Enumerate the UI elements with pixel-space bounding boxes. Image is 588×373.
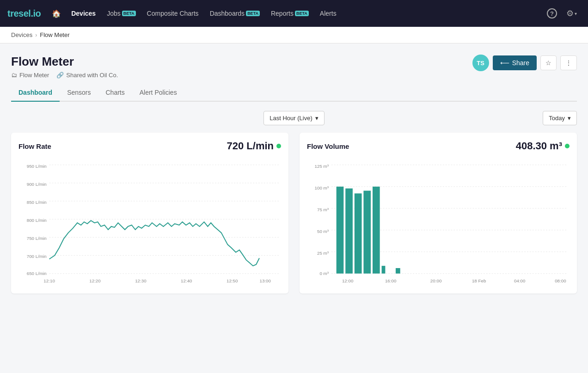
nav-alerts[interactable]: Alerts bbox=[315, 7, 341, 20]
tab-dashboard[interactable]: Dashboard bbox=[11, 84, 60, 102]
y-label-25: 25 m³ bbox=[317, 251, 329, 256]
device-meta-name-text: Flow Meter bbox=[19, 72, 49, 79]
bar-1 bbox=[337, 187, 344, 274]
y-label-800: 800 L/min bbox=[27, 218, 47, 223]
nav-devices[interactable]: Devices bbox=[67, 7, 100, 20]
flow-rate-chart: 950 L/min 900 L/min 850 L/min 800 L/min … bbox=[18, 159, 281, 286]
flow-volume-title: Flow Volume bbox=[307, 142, 349, 150]
flow-rate-header: Flow Rate 720 L/min bbox=[18, 140, 281, 152]
device-title-section: Flow Meter 🗂 Flow Meter 🔗 Shared with Oi… bbox=[11, 55, 118, 79]
bar-6 bbox=[382, 266, 386, 274]
y-label-950: 950 L/min bbox=[27, 164, 47, 169]
shared-icon: 🔗 bbox=[56, 72, 64, 79]
y-label-50: 50 m³ bbox=[317, 229, 329, 234]
nav-jobs[interactable]: Jobs BETA bbox=[102, 7, 140, 20]
x-label-1220: 12:20 bbox=[89, 278, 101, 283]
device-name-icon: 🗂 bbox=[11, 72, 17, 79]
flow-volume-svg: 125 m³ 100 m³ 75 m³ 50 m³ 25 m³ 0 m³ bbox=[307, 159, 570, 286]
device-header: Flow Meter 🗂 Flow Meter 🔗 Shared with Oi… bbox=[11, 55, 577, 79]
tab-sensors[interactable]: Sensors bbox=[60, 84, 98, 102]
flow-rate-live-indicator bbox=[276, 144, 281, 148]
settings-button[interactable]: ⚙ ▾ bbox=[563, 6, 581, 21]
bar-3 bbox=[355, 193, 362, 273]
home-button[interactable]: 🏠 bbox=[48, 6, 65, 21]
y-label-900: 900 L/min bbox=[27, 182, 47, 187]
flow-rate-svg: 950 L/min 900 L/min 850 L/min 800 L/min … bbox=[18, 159, 281, 286]
x-label-1300: 13:00 bbox=[259, 278, 271, 283]
y-label-100: 100 m³ bbox=[315, 185, 329, 190]
charts-row: Flow Rate 720 L/min 950 L/min 900 L/min … bbox=[11, 133, 577, 294]
star-icon: ☆ bbox=[545, 59, 551, 67]
dashboard-controls: Last Hour (Live) ▾ Today ▾ bbox=[11, 111, 577, 125]
x-label-1210: 12:10 bbox=[43, 278, 55, 283]
avatar: TS bbox=[472, 55, 489, 71]
time-filter-dropdown[interactable]: Last Hour (Live) ▾ bbox=[263, 111, 324, 125]
breadcrumb-separator: › bbox=[35, 32, 37, 38]
device-actions: TS ⟵ Share ☆ ⋮ bbox=[472, 55, 577, 71]
flow-rate-panel: Flow Rate 720 L/min 950 L/min 900 L/min … bbox=[11, 133, 288, 294]
bar-4 bbox=[363, 191, 371, 274]
nav-composite-charts[interactable]: Composite Charts bbox=[142, 7, 203, 20]
nav-reports[interactable]: Reports BETA bbox=[266, 7, 313, 20]
brand-text-part1: tresel bbox=[7, 8, 31, 18]
vol-x-0400: 04:00 bbox=[514, 278, 526, 283]
vol-x-2000: 20:00 bbox=[430, 278, 442, 283]
y-label-700: 700 L/min bbox=[27, 254, 47, 259]
y-label-850: 850 L/min bbox=[27, 200, 47, 205]
tab-charts[interactable]: Charts bbox=[98, 84, 132, 102]
time-filter-label: Last Hour (Live) bbox=[270, 115, 312, 122]
bar-5 bbox=[373, 187, 380, 274]
navbar-right: ? ⚙ ▾ bbox=[543, 6, 581, 21]
breadcrumb-current-page: Flow Meter bbox=[40, 31, 69, 38]
y-label-0: 0 m³ bbox=[319, 271, 329, 276]
flow-volume-live-indicator bbox=[565, 144, 570, 148]
brand-logo: tresel.io bbox=[7, 8, 41, 19]
device-shared-text: Shared with Oil Co. bbox=[66, 72, 118, 79]
share-icon: ⟵ bbox=[500, 59, 509, 67]
y-label-75: 75 m³ bbox=[317, 207, 329, 212]
flow-rate-line bbox=[49, 220, 259, 266]
vol-x-1600: 16:00 bbox=[385, 278, 397, 283]
x-label-1230: 12:30 bbox=[135, 278, 147, 283]
favorite-button[interactable]: ☆ bbox=[540, 55, 557, 70]
device-meta-name: 🗂 Flow Meter bbox=[11, 72, 49, 79]
flow-rate-number: 720 L/min bbox=[227, 140, 274, 152]
vol-x-0800: 08:00 bbox=[555, 278, 566, 283]
flow-rate-value: 720 L/min bbox=[227, 140, 281, 152]
flow-volume-value: 408.30 m³ bbox=[516, 140, 570, 152]
today-filter-dropdown[interactable]: Today ▾ bbox=[543, 111, 577, 125]
today-filter-label: Today bbox=[549, 115, 565, 122]
reports-beta-badge: BETA bbox=[295, 11, 309, 16]
ellipsis-icon: ⋮ bbox=[565, 59, 572, 67]
device-meta: 🗂 Flow Meter 🔗 Shared with Oil Co. bbox=[11, 72, 118, 79]
chevron-down-icon: ▾ bbox=[315, 115, 318, 122]
device-title: Flow Meter bbox=[11, 55, 118, 69]
breadcrumb-devices-link[interactable]: Devices bbox=[11, 31, 32, 38]
tab-alert-policies[interactable]: Alert Policies bbox=[132, 84, 184, 102]
more-options-button[interactable]: ⋮ bbox=[560, 55, 577, 70]
flow-volume-header: Flow Volume 408.30 m³ bbox=[307, 140, 570, 152]
y-label-125: 125 m³ bbox=[315, 164, 329, 169]
flow-volume-panel: Flow Volume 408.30 m³ 125 m³ 100 m³ 75 m… bbox=[300, 133, 577, 294]
today-chevron-icon: ▾ bbox=[568, 115, 571, 122]
y-label-750: 750 L/min bbox=[27, 236, 47, 241]
x-label-1240: 12:40 bbox=[181, 278, 192, 283]
breadcrumb: Devices › Flow Meter bbox=[0, 27, 588, 43]
help-icon: ? bbox=[547, 8, 557, 18]
bar-7 bbox=[396, 268, 400, 274]
settings-chevron-icon: ▾ bbox=[575, 11, 577, 16]
vol-x-18feb: 18 Feb bbox=[472, 278, 486, 283]
flow-volume-chart: 125 m³ 100 m³ 75 m³ 50 m³ 25 m³ 0 m³ bbox=[307, 159, 570, 286]
bar-2 bbox=[345, 189, 353, 274]
gear-icon: ⚙ bbox=[566, 8, 574, 18]
brand-text-part2: .io bbox=[31, 8, 41, 18]
tabs: Dashboard Sensors Charts Alert Policies bbox=[11, 84, 577, 102]
device-meta-shared: 🔗 Shared with Oil Co. bbox=[56, 72, 118, 79]
share-button[interactable]: ⟵ Share bbox=[493, 55, 537, 70]
x-label-1250: 12:50 bbox=[227, 278, 238, 283]
jobs-beta-badge: BETA bbox=[122, 11, 136, 16]
flow-rate-title: Flow Rate bbox=[18, 142, 51, 150]
help-button[interactable]: ? bbox=[543, 6, 561, 21]
nav-dashboards[interactable]: Dashboards BETA bbox=[205, 7, 264, 20]
flow-volume-number: 408.30 m³ bbox=[516, 140, 562, 152]
